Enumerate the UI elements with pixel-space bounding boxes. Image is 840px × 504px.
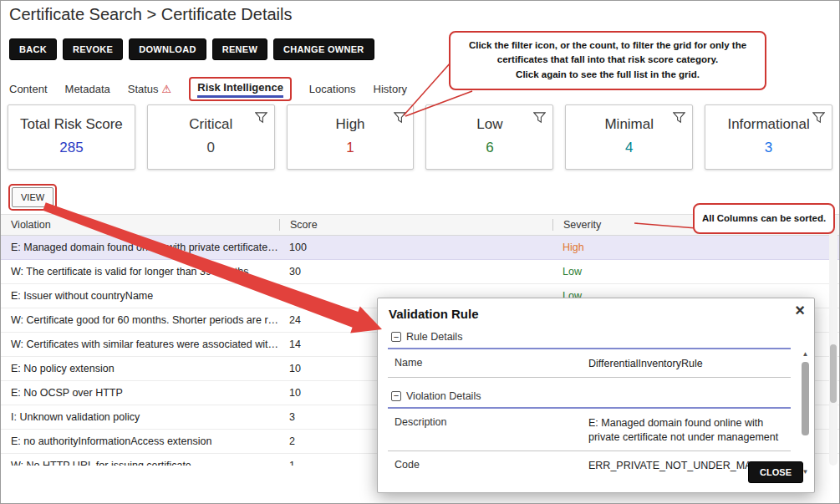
filter-icon[interactable]: [255, 111, 267, 127]
risk-card-critical[interactable]: Critical 0: [147, 104, 275, 170]
violation-cell: W: No HTTP URL for issuing certificate: [1, 460, 279, 466]
dialog-body: − Rule Details Name DifferentialInventor…: [388, 325, 791, 474]
field-label: Description: [395, 416, 588, 445]
grid-scrollbar[interactable]: [829, 215, 837, 466]
table-row[interactable]: E: Managed domain found online with priv…: [1, 236, 839, 260]
card-count[interactable]: 1: [288, 140, 414, 156]
violation-details-section-header: − Violation Details: [388, 386, 791, 409]
view-button[interactable]: VIEW: [12, 187, 53, 207]
filter-annotation-text: Click the filter icon, or the count, to …: [457, 38, 758, 68]
score-cell: 100: [279, 242, 552, 253]
risk-card-high[interactable]: High 1: [287, 104, 415, 170]
renew-button[interactable]: RENEW: [212, 38, 267, 60]
back-button[interactable]: BACK: [9, 38, 57, 60]
description-field-row: Description E: Managed domain found onli…: [388, 409, 791, 451]
breadcrumb: Certificate Search > Certificate Details: [9, 5, 292, 24]
field-value: DifferentialInventoryRule: [588, 357, 791, 371]
grid-scrollbar-thumb[interactable]: [830, 344, 837, 403]
card-label: Total Risk Score: [8, 116, 135, 133]
view-button-annotation-box: VIEW: [8, 184, 57, 211]
filter-annotation-text: Click again to see the full list in the …: [457, 68, 758, 82]
table-row[interactable]: W: The certificate is valid for longer t…: [1, 260, 839, 284]
violation-cell: W: Certificates with similar features we…: [1, 339, 279, 350]
field-label: Name: [395, 357, 588, 371]
risk-score-cards: Total Risk Score 285 Critical 0 High 1 L…: [8, 104, 832, 170]
close-icon[interactable]: ×: [795, 302, 805, 318]
card-count[interactable]: 3: [705, 140, 832, 156]
filter-icon[interactable]: [533, 111, 546, 127]
validation-rule-dialog: Validation Rule × − Rule Details Name Di…: [377, 298, 815, 493]
severity-cell: High: [552, 242, 839, 253]
risk-card-minimal[interactable]: Minimal 4: [565, 104, 693, 170]
sort-annotation-text: All Columns can be sorted.: [698, 211, 830, 226]
close-button[interactable]: CLOSE: [748, 461, 803, 483]
tab-label: Metadata: [65, 83, 110, 95]
collapse-icon[interactable]: −: [391, 391, 401, 401]
tab-risk-intelligence[interactable]: Risk Intelligence: [189, 77, 292, 101]
field-value: E: Managed domain found online with priv…: [588, 416, 791, 445]
dialog-title: Validation Rule: [389, 307, 479, 321]
card-count[interactable]: 285: [8, 140, 135, 156]
column-header-violation[interactable]: Violation: [1, 219, 279, 231]
tab-content[interactable]: Content: [9, 83, 48, 95]
tab-label: Content: [9, 83, 48, 95]
rule-details-section-header: − Rule Details: [388, 327, 791, 349]
risk-card-informational[interactable]: Informational 3: [705, 104, 832, 170]
violation-cell: E: Managed domain found online with priv…: [1, 242, 279, 253]
tab-bar: Content Metadata Status ⚠ Risk Intellige…: [9, 76, 407, 101]
tab-label: Risk Intelligence: [197, 81, 283, 98]
violation-cell: I: Unknown validation policy: [1, 411, 279, 423]
code-field-row: Code ERR_PRIVATE_NOT_UNDER_MANAGEMENT: [388, 451, 791, 474]
dialog-scrollbar[interactable]: ▲ ▼: [800, 350, 811, 476]
tab-label: Status: [128, 83, 159, 95]
dialog-scrollbar-thumb[interactable]: [802, 362, 809, 435]
violation-cell: W: The certificate is valid for longer t…: [1, 266, 279, 277]
tab-status[interactable]: Status ⚠: [128, 83, 172, 95]
column-header-score[interactable]: Score: [279, 219, 552, 231]
risk-card-total[interactable]: Total Risk Score 285: [8, 104, 135, 170]
collapse-icon[interactable]: −: [391, 332, 401, 342]
name-field-row: Name DifferentialInventoryRule: [388, 349, 791, 378]
section-title: Rule Details: [406, 331, 462, 343]
download-button[interactable]: DOWNLOAD: [129, 38, 206, 60]
violation-cell: E: No OCSP over HTTP: [1, 387, 279, 399]
violation-cell: E: Issuer without countryName: [1, 290, 279, 302]
card-count[interactable]: 0: [148, 140, 274, 156]
certificate-details-page: Certificate Search > Certificate Details…: [0, 0, 840, 504]
filter-icon[interactable]: [394, 111, 406, 127]
violation-cell: E: No policy extension: [1, 363, 279, 374]
card-count[interactable]: 4: [566, 140, 692, 156]
revoke-button[interactable]: REVOKE: [63, 38, 123, 60]
filter-annotation-callout: Click the filter icon, or the count, to …: [449, 31, 766, 90]
tab-locations[interactable]: Locations: [309, 83, 356, 95]
severity-cell: Low: [552, 266, 839, 277]
scroll-up-icon[interactable]: ▲: [800, 350, 811, 358]
filter-icon[interactable]: [812, 111, 825, 127]
sort-annotation-callout: All Columns can be sorted.: [693, 203, 835, 234]
risk-card-low[interactable]: Low 6: [425, 104, 553, 170]
violation-cell: W: Certificate good for 60 months. Short…: [1, 314, 279, 326]
tab-history[interactable]: History: [374, 83, 407, 95]
toolbar: BACK REVOKE DOWNLOAD RENEW CHANGE OWNER: [9, 38, 374, 60]
card-count[interactable]: 6: [426, 140, 552, 156]
violation-cell: E: no authorityInformationAccess extensi…: [1, 435, 279, 447]
tab-label: History: [374, 83, 407, 95]
score-cell: 30: [279, 266, 552, 277]
field-label: Code: [395, 459, 588, 474]
warning-icon: ⚠: [162, 84, 172, 94]
change-owner-button[interactable]: CHANGE OWNER: [273, 38, 374, 60]
filter-icon[interactable]: [673, 111, 685, 127]
section-title: Violation Details: [406, 390, 481, 402]
tab-metadata[interactable]: Metadata: [65, 83, 110, 95]
tab-label: Locations: [309, 83, 356, 95]
